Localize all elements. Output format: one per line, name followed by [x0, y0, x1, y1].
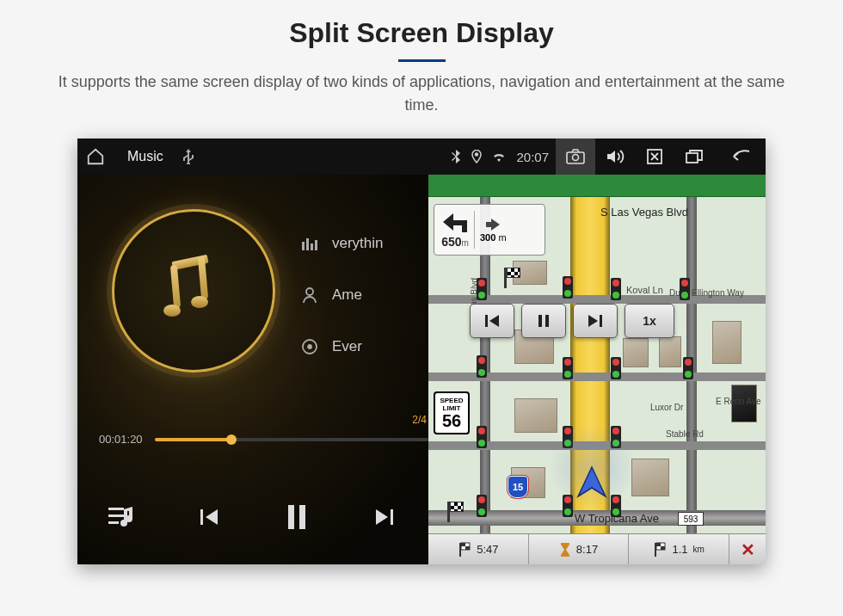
svg-rect-6	[306, 238, 309, 250]
title-underline	[398, 59, 446, 62]
track-row[interactable]: verythin	[301, 218, 428, 269]
track-list: verythin Ame Ever	[301, 218, 428, 373]
turn-secondary-unit: m	[498, 232, 506, 243]
destination-flag-icon	[447, 502, 465, 522]
status-time: 20:07	[516, 150, 549, 164]
close-app-button[interactable]	[635, 139, 674, 175]
svg-rect-18	[391, 509, 393, 525]
music-pane: verythin Ame Ever 2/4 00:01:20	[77, 175, 428, 564]
svg-rect-21	[545, 315, 549, 327]
building-icon	[623, 338, 649, 367]
svg-rect-20	[538, 315, 542, 327]
equalizer-icon	[301, 237, 322, 250]
svg-point-2	[573, 155, 579, 161]
play-pause-button[interactable]	[271, 491, 323, 543]
elapsed-time: 00:01:20	[99, 433, 143, 446]
svg-rect-19	[485, 315, 488, 327]
traffic-light-icon	[563, 276, 573, 299]
traffic-light-icon	[477, 495, 487, 517]
track-artist: Ame	[332, 286, 362, 304]
turn-right-icon	[484, 217, 501, 232]
traffic-light-icon	[477, 355, 487, 378]
building-icon	[712, 321, 741, 364]
speed-limit-sign: SPEED LIMIT 56	[434, 391, 470, 434]
speed-limit-value: 56	[442, 412, 461, 429]
track-row[interactable]: Ame	[301, 269, 428, 321]
location-icon	[471, 150, 482, 163]
track-row[interactable]: Ever	[301, 321, 428, 373]
remaining-time-cell[interactable]: 8:17	[529, 534, 630, 564]
svg-rect-14	[108, 521, 119, 524]
traffic-light-icon	[611, 278, 621, 300]
building-icon	[631, 459, 669, 496]
seek-knob[interactable]	[226, 434, 237, 445]
speed-limit-label: SPEED	[440, 397, 463, 404]
status-app-label: Music	[127, 149, 163, 164]
screenshot-button[interactable]	[556, 139, 595, 175]
destination-flag-icon	[504, 268, 521, 288]
svg-rect-8	[315, 240, 317, 250]
remaining-time-value: 8:17	[576, 543, 598, 556]
distance-cell[interactable]: 1.1 km	[629, 534, 729, 564]
close-icon: ✕	[741, 539, 755, 560]
seek-bar[interactable]	[155, 438, 428, 441]
usb-icon	[182, 149, 194, 164]
eta-value: 5:47	[477, 543, 498, 556]
svg-rect-15	[200, 509, 203, 525]
street-label: Luxor Dr	[650, 403, 683, 412]
distance-value: 1.1	[672, 543, 687, 556]
svg-rect-4	[686, 153, 698, 163]
prev-track-button[interactable]	[183, 491, 235, 543]
back-button[interactable]	[714, 139, 766, 175]
traffic-light-icon	[683, 357, 693, 379]
svg-point-11	[308, 345, 311, 348]
traffic-light-icon	[611, 357, 621, 379]
bluetooth-icon	[451, 150, 461, 163]
svg-rect-13	[108, 514, 124, 517]
eta-cell[interactable]: 5:47	[428, 534, 529, 564]
volume-button[interactable]	[595, 139, 635, 175]
recent-apps-button[interactable]	[674, 139, 714, 175]
traffic-light-icon	[477, 426, 487, 448]
svg-rect-5	[302, 242, 305, 250]
interstate-shield-icon: 15	[508, 476, 528, 498]
album-icon	[301, 338, 322, 355]
album-art[interactable]	[112, 209, 275, 373]
track-title: verythin	[332, 235, 384, 252]
building-icon	[659, 336, 681, 367]
home-button[interactable]	[77, 147, 114, 166]
distance-unit: km	[693, 545, 705, 554]
music-controls	[77, 470, 428, 564]
map-bottom-bar: 5:47 8:17 1.1 km ✕	[428, 533, 766, 564]
wifi-icon	[492, 151, 506, 163]
flag-icon	[653, 542, 667, 557]
street-label: Koval Ln	[626, 285, 663, 295]
route-badge: 593	[678, 512, 704, 526]
turn-secondary-distance: 300	[480, 232, 495, 243]
map-close-button[interactable]: ✕	[729, 534, 766, 564]
turn-primary-distance: 650	[441, 235, 461, 249]
current-position-icon	[575, 465, 609, 500]
svg-point-0	[476, 153, 478, 156]
traffic-light-icon	[477, 278, 487, 300]
navigation-pane[interactable]: S Las Vegas Blvd Koval Ln Duke Ellington…	[428, 175, 766, 564]
turn-instruction[interactable]: 650m 300 m	[434, 204, 545, 256]
playlist-button[interactable]	[95, 491, 147, 543]
street-label: S Las Vegas Blvd	[600, 206, 688, 219]
turn-primary-unit: m	[462, 238, 469, 248]
track-page-indicator: 2/4	[412, 414, 427, 426]
sim-speed-button[interactable]: 1x	[625, 304, 674, 338]
artist-icon	[301, 286, 322, 304]
sim-pause-button[interactable]	[521, 304, 566, 338]
sim-next-button[interactable]	[573, 304, 618, 338]
sim-prev-button[interactable]	[470, 304, 514, 338]
building-icon	[514, 398, 557, 433]
turn-left-icon	[441, 210, 469, 234]
sim-playback-controls: 1x	[470, 304, 674, 338]
page-title: Split Screen Display	[0, 0, 843, 49]
page-subtitle: It supports the same screen display of t…	[0, 71, 843, 117]
hourglass-icon	[559, 542, 571, 557]
device-frame: Music 20:07	[77, 139, 766, 564]
next-track-button[interactable]	[359, 491, 410, 543]
svg-rect-12	[108, 508, 124, 510]
